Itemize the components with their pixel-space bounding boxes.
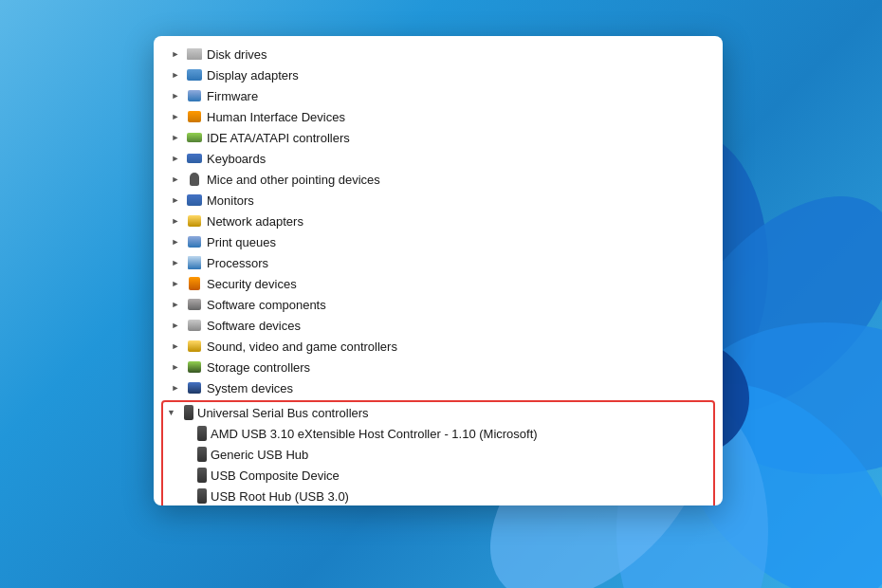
tree-item-print[interactable]: ► Print queues <box>154 231 723 252</box>
tree-item-firmware[interactable]: ► Firmware <box>154 85 723 106</box>
print-icon <box>186 233 203 250</box>
security-icon <box>186 275 203 292</box>
chevron-icon: ► <box>169 256 182 269</box>
sound-label: Sound, video and game controllers <box>207 340 397 354</box>
chevron-icon: ► <box>169 360 182 374</box>
network-label: Network adapters <box>207 214 303 229</box>
usb-child-hub-label: Generic USB Hub <box>211 448 308 462</box>
chevron-icon: ► <box>169 340 182 353</box>
device-manager-window: ► Disk drives ► Display adapters ► Firmw… <box>154 36 723 505</box>
mice-label: Mice and other pointing devices <box>207 173 380 187</box>
tree-item-network[interactable]: ► Network adapters <box>154 211 723 231</box>
network-icon <box>186 212 203 230</box>
tree-item-hid[interactable]: ► Human Interface Devices <box>154 106 723 127</box>
software-components-label: Software components <box>207 298 326 312</box>
ide-icon <box>186 129 203 146</box>
usb-device-icon <box>197 447 207 462</box>
tree-item-disk-drives[interactable]: ► Disk drives <box>154 44 723 64</box>
tree-item-software-components[interactable]: ► Software components <box>154 294 723 315</box>
usb-child-composite-label: USB Composite Device <box>211 469 340 483</box>
software-components-icon <box>186 296 203 313</box>
storage-label: Storage controllers <box>207 360 310 375</box>
usb-child-root-hub-label: USB Root Hub (USB 3.0) <box>211 489 349 504</box>
tree-item-storage[interactable]: ► Storage controllers <box>154 357 723 377</box>
security-label: Security devices <box>207 277 297 291</box>
hid-icon <box>186 108 203 125</box>
hid-label: Human Interface Devices <box>207 110 345 124</box>
chevron-icon: ► <box>169 131 182 144</box>
tree-item-keyboards[interactable]: ► Keyboards <box>154 148 723 169</box>
storage-icon <box>186 358 203 376</box>
chevron-icon: ► <box>169 277 182 290</box>
disk-drives-icon <box>186 46 203 63</box>
tree-item-ide[interactable]: ► IDE ATA/ATAPI controllers <box>154 127 723 148</box>
chevron-icon: ► <box>169 152 182 165</box>
usb-child-composite[interactable]: USB Composite Device <box>163 465 713 486</box>
chevron-icon: ► <box>169 173 182 186</box>
usb-icon <box>184 405 193 420</box>
chevron-icon: ► <box>169 235 182 248</box>
tree-item-mice[interactable]: ► Mice and other pointing devices <box>154 169 723 190</box>
chevron-icon: ► <box>169 68 182 82</box>
software-devices-label: Software devices <box>207 319 301 333</box>
usb-child-amd-label: AMD USB 3.10 eXtensible Host Controller … <box>211 427 538 441</box>
tree-item-processors[interactable]: ► Processors <box>154 252 723 273</box>
usb-device-icon <box>197 468 207 483</box>
usb-child-amd[interactable]: AMD USB 3.10 eXtensible Host Controller … <box>163 423 713 444</box>
ide-label: IDE ATA/ATAPI controllers <box>207 131 350 145</box>
chevron-icon: ► <box>169 193 182 207</box>
device-tree[interactable]: ► Disk drives ► Display adapters ► Firmw… <box>154 36 723 505</box>
usb-section-highlight: ▼ Universal Serial Bus controllers AMD U… <box>161 400 715 505</box>
tree-item-software-devices[interactable]: ► Software devices <box>154 315 723 336</box>
processors-label: Processors <box>207 256 268 270</box>
tree-item-system[interactable]: ► System devices <box>154 377 723 398</box>
usb-device-icon <box>197 488 207 504</box>
tree-item-monitors[interactable]: ► Monitors <box>154 190 723 211</box>
mice-icon <box>186 171 203 188</box>
keyboards-icon <box>186 150 203 167</box>
monitors-label: Monitors <box>207 193 254 208</box>
system-label: System devices <box>207 381 293 395</box>
firmware-label: Firmware <box>207 89 258 103</box>
disk-drives-label: Disk drives <box>207 47 267 62</box>
tree-item-security[interactable]: ► Security devices <box>154 273 723 294</box>
usb-device-icon <box>197 426 207 441</box>
chevron-icon: ► <box>169 89 182 102</box>
processors-icon <box>186 254 203 271</box>
monitors-icon <box>186 192 203 209</box>
chevron-icon: ► <box>169 319 182 332</box>
usb-child-generic-hub[interactable]: Generic USB Hub <box>163 444 713 465</box>
system-icon <box>186 379 203 396</box>
keyboards-label: Keyboards <box>207 152 266 166</box>
tree-item-display-adapters[interactable]: ► Display adapters <box>154 64 723 85</box>
display-adapters-icon <box>186 66 203 83</box>
sound-icon <box>186 338 203 355</box>
chevron-icon: ► <box>169 298 182 311</box>
usb-child-root-hub[interactable]: USB Root Hub (USB 3.0) <box>163 486 713 505</box>
print-label: Print queues <box>207 235 276 249</box>
chevron-icon: ► <box>169 381 182 395</box>
chevron-icon: ► <box>169 110 182 123</box>
chevron-icon: ► <box>169 214 182 228</box>
usb-controllers-label: Universal Serial Bus controllers <box>197 406 369 420</box>
chevron-icon: ► <box>169 47 182 61</box>
firmware-icon <box>186 87 203 104</box>
chevron-down-icon: ▼ <box>167 408 180 417</box>
tree-item-usb-controllers[interactable]: ▼ Universal Serial Bus controllers <box>163 402 713 423</box>
tree-item-sound[interactable]: ► Sound, video and game controllers <box>154 336 723 357</box>
software-devices-icon <box>186 317 203 334</box>
display-adapters-label: Display adapters <box>207 68 299 83</box>
